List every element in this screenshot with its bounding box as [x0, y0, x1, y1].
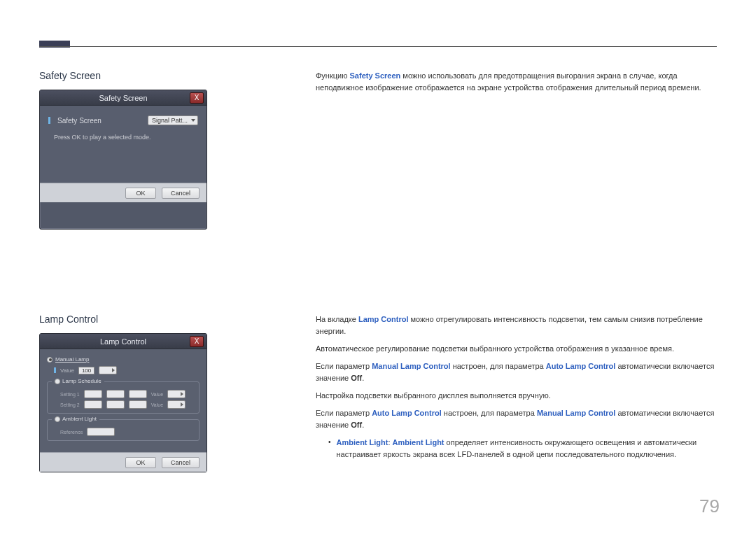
term: Auto Lamp Control [372, 409, 442, 417]
bullet-ambient-light: • Ambient Light: Ambient Light определяе… [316, 437, 717, 461]
cancel-button[interactable]: Cancel [162, 457, 200, 468]
text: Автоматическое регулирование подсветки в… [316, 343, 717, 355]
spinner[interactable] [87, 428, 115, 436]
spinner[interactable] [129, 390, 147, 398]
spinner[interactable] [167, 390, 186, 398]
text: Если параметр [316, 409, 372, 417]
term: Ambient Light [393, 438, 444, 447]
text: Настройка подсветки выбранного дисплея в… [316, 390, 717, 402]
group-title: Ambient Light [62, 416, 97, 422]
ok-button[interactable]: OK [125, 457, 156, 468]
value-label: Value [60, 367, 74, 374]
spinner[interactable] [84, 400, 102, 409]
group-title: Lamp Schedule [62, 378, 102, 384]
lamp-control-description: На вкладке Lamp Control можно отрегулиро… [316, 314, 717, 472]
text: настроен, для параметра [442, 409, 537, 417]
arrow-right-icon [112, 368, 115, 372]
text: Если параметр [316, 362, 372, 370]
text: настроен, для параметра [451, 362, 546, 370]
text: Функцию [316, 71, 350, 80]
manual-lamp-radio[interactable]: Manual Lamp [47, 356, 200, 363]
radio-icon[interactable] [55, 416, 60, 422]
safety-screen-dialog: Safety Screen X Safety Screen Signal Pat… [39, 90, 207, 230]
radio-icon [47, 357, 52, 363]
safety-screen-field: Safety Screen Signal Patt... [48, 115, 198, 125]
spinner[interactable] [129, 400, 147, 409]
term-off: Off [351, 374, 362, 382]
radio-label: Manual Lamp [55, 356, 89, 363]
value-spinner[interactable] [99, 366, 117, 374]
value-label: Value [151, 392, 163, 397]
arrow-right-icon [181, 392, 183, 396]
chevron-down-icon [191, 119, 195, 122]
setting1-label: Setting 1 [60, 392, 80, 397]
setting2-label: Setting 2 [60, 402, 80, 407]
spinner[interactable] [84, 390, 102, 398]
field-marker-icon [54, 367, 56, 373]
text: . [362, 374, 364, 382]
group-label: Ambient Light [52, 416, 99, 422]
ok-button[interactable]: OK [125, 188, 156, 199]
dialog-hint: Press OK to play a selected mode. [54, 134, 198, 141]
spinner[interactable] [106, 390, 125, 398]
dialog-title-text: Safety Screen [99, 94, 147, 102]
reference-label: Reference [60, 430, 83, 435]
term: Manual Lamp Control [372, 362, 450, 370]
signal-pattern-combo[interactable]: Signal Patt... [148, 115, 198, 125]
close-icon[interactable]: X [190, 92, 204, 104]
spinner[interactable] [167, 400, 186, 409]
text: . [362, 421, 364, 429]
dialog-title: Safety Screen X [40, 90, 206, 106]
value-number[interactable]: 100 [78, 367, 94, 374]
term: Manual Lamp Control [537, 409, 615, 417]
term-safety-screen: Safety Screen [350, 71, 401, 80]
dialog-title: Lamp Control X [40, 334, 206, 349]
arrow-right-icon [181, 402, 183, 407]
radio-icon[interactable] [55, 379, 60, 384]
cancel-button[interactable]: Cancel [162, 188, 200, 199]
section-title: Lamp Control [39, 314, 211, 325]
field-marker-icon [48, 117, 50, 124]
term-off: Off [351, 421, 362, 429]
value-label: Value [151, 402, 163, 407]
section-lamp-control: Lamp Control Lamp Control X Manual Lamp … [39, 314, 717, 472]
group-label: Lamp Schedule [52, 378, 104, 384]
close-icon[interactable]: X [190, 336, 204, 347]
term: Ambient Light [337, 438, 388, 447]
ambient-light-group: Ambient Light Reference [47, 419, 200, 441]
dialog-footer: OK Cancel [40, 183, 206, 202]
safety-screen-description: Функцию Safety Screen можно использовать… [316, 70, 717, 230]
value-row: Value 100 [54, 366, 200, 374]
section-safety-screen: Safety Screen Safety Screen X Safety Scr… [39, 70, 717, 230]
field-label: Safety Screen [57, 117, 102, 125]
bullet-icon: • [328, 437, 331, 461]
spinner[interactable] [106, 400, 125, 409]
dialog-footer: OK Cancel [40, 452, 206, 472]
section-title: Safety Screen [39, 70, 211, 81]
page-number: 79 [699, 496, 720, 517]
term: Lamp Control [358, 315, 409, 323]
lamp-control-dialog: Lamp Control X Manual Lamp Value 100 [39, 333, 207, 472]
dialog-title-text: Lamp Control [100, 337, 146, 346]
header-rule [39, 41, 717, 49]
term: Auto Lamp Control [546, 362, 616, 370]
lamp-schedule-group: Lamp Schedule Setting 1 Value Setting 2 [47, 381, 200, 414]
text: На вкладке [316, 315, 358, 323]
combo-value: Signal Patt... [152, 117, 188, 124]
